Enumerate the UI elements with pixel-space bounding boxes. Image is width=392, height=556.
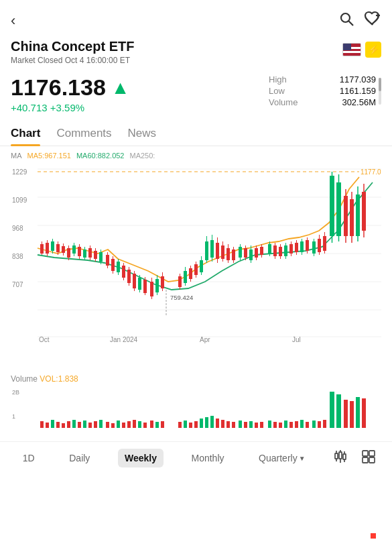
svg-text:1: 1 xyxy=(12,413,15,420)
volume-value: VOL:1.838 xyxy=(40,374,78,384)
svg-rect-164 xyxy=(194,421,198,428)
stock-info: China Concept ETF Market Closed Oct 4 16… xyxy=(0,36,392,70)
svg-text:Apr: Apr xyxy=(200,336,210,343)
svg-text:968: 968 xyxy=(12,225,23,232)
svg-rect-181 xyxy=(289,422,293,428)
svg-text:Jan 2024: Jan 2024 xyxy=(110,336,138,343)
svg-point-0 xyxy=(341,13,350,22)
ma5-indicator[interactable]: MA5:967.151 xyxy=(27,152,71,160)
svg-rect-188 xyxy=(330,392,334,428)
high-row: High 1177.039 xyxy=(269,74,376,85)
ma-indicators: MA MA5:967.151 MA60:882.052 MA250: xyxy=(0,146,392,162)
search-icon[interactable] xyxy=(338,11,354,31)
svg-rect-141 xyxy=(56,422,60,428)
tab-chart[interactable]: Chart xyxy=(11,121,40,146)
svg-rect-160 xyxy=(161,421,164,428)
high-label: High xyxy=(269,74,287,85)
us-flag-icon xyxy=(342,43,361,56)
svg-rect-155 xyxy=(133,420,136,428)
price-area: 1176.138 ▲ +40.713 +3.59% High 1177.039 … xyxy=(0,70,392,119)
scrollbar[interactable] xyxy=(379,78,381,105)
svg-rect-177 xyxy=(268,421,271,428)
time-selector: 1D Daily Weekly Monthly Quarterly ▼ xyxy=(0,441,392,474)
price-left: 1176.138 ▲ +40.713 +3.59% xyxy=(11,74,130,113)
svg-rect-172 xyxy=(239,421,242,428)
svg-rect-206 xyxy=(369,457,375,463)
svg-rect-148 xyxy=(94,421,97,428)
time-1d-button[interactable]: 1D xyxy=(16,449,42,467)
watchlist-add-icon[interactable] xyxy=(364,11,381,31)
svg-rect-152 xyxy=(117,421,120,428)
volume-chart-wrapper: 2B 1 xyxy=(11,386,381,436)
svg-text:Oct: Oct xyxy=(39,336,50,343)
svg-rect-200 xyxy=(343,454,346,459)
volume-value: 302.56M xyxy=(342,97,376,107)
svg-line-1 xyxy=(349,21,354,26)
svg-rect-180 xyxy=(284,421,287,428)
svg-rect-146 xyxy=(83,421,86,428)
svg-rect-166 xyxy=(205,417,208,428)
candle-chart-icon[interactable] xyxy=(333,449,348,467)
main-price: 1176.138 ▲ xyxy=(11,74,130,101)
svg-rect-204 xyxy=(369,451,375,456)
time-quarterly-button[interactable]: Quarterly ▼ xyxy=(252,449,312,467)
svg-rect-194 xyxy=(335,453,338,459)
quarterly-label: Quarterly xyxy=(259,453,298,463)
svg-rect-191 xyxy=(350,401,354,428)
ma60-indicator[interactable]: MA60:882.052 xyxy=(76,152,125,160)
svg-rect-192 xyxy=(356,397,360,428)
svg-rect-175 xyxy=(255,423,258,428)
svg-rect-145 xyxy=(78,422,81,428)
svg-rect-176 xyxy=(260,422,263,428)
low-value: 1161.159 xyxy=(340,86,376,96)
volume-chart: 2B 1 xyxy=(11,386,381,433)
price-value: 1176.138 xyxy=(11,74,106,101)
svg-rect-189 xyxy=(336,394,341,428)
flash-icon[interactable]: ⚡ xyxy=(365,42,381,58)
stock-name: China Concept ETF xyxy=(11,39,134,54)
time-daily-button[interactable]: Daily xyxy=(62,449,96,467)
svg-rect-153 xyxy=(122,423,125,428)
scrollbar-thumb xyxy=(379,78,381,91)
time-weekly-button[interactable]: Weekly xyxy=(118,449,164,467)
header: ‹ xyxy=(0,0,392,36)
tab-news[interactable]: News xyxy=(128,121,157,146)
price-stats-wrapper: High 1177.039 Low 1161.159 Volume 302.56… xyxy=(269,74,381,107)
svg-rect-150 xyxy=(106,422,109,428)
svg-rect-165 xyxy=(200,419,203,428)
svg-text:Jul: Jul xyxy=(292,336,301,343)
svg-text:759.424: 759.424 xyxy=(170,294,193,301)
time-monthly-button[interactable]: Monthly xyxy=(185,449,231,467)
price-up-arrow-icon: ▲ xyxy=(111,77,130,99)
svg-rect-144 xyxy=(72,420,76,428)
ma-label: MA xyxy=(11,152,22,160)
svg-rect-178 xyxy=(273,422,277,428)
ma250-indicator[interactable]: MA250: xyxy=(130,152,155,160)
svg-rect-159 xyxy=(155,422,159,428)
svg-text:1099: 1099 xyxy=(12,197,27,204)
svg-rect-142 xyxy=(62,423,65,428)
svg-rect-163 xyxy=(189,423,192,428)
header-icons xyxy=(338,11,381,31)
tab-comments[interactable]: Comments xyxy=(56,121,111,146)
svg-rect-154 xyxy=(127,421,131,428)
back-button[interactable]: ‹ xyxy=(11,12,15,30)
grid-view-icon[interactable] xyxy=(361,449,376,467)
svg-rect-169 xyxy=(221,420,224,428)
svg-rect-168 xyxy=(216,419,219,428)
quarterly-dropdown-icon: ▼ xyxy=(299,455,306,462)
svg-rect-161 xyxy=(178,422,182,428)
svg-rect-140 xyxy=(51,420,54,428)
svg-rect-197 xyxy=(339,452,342,459)
svg-rect-187 xyxy=(323,420,326,428)
price-chart-container: 1177.030 1229 1099 968 838 707 xyxy=(0,162,392,370)
volume-header: Volume VOL:1.838 xyxy=(11,374,381,384)
svg-rect-171 xyxy=(232,422,235,428)
svg-rect-147 xyxy=(88,423,92,428)
svg-rect-185 xyxy=(312,421,316,428)
svg-text:707: 707 xyxy=(12,281,23,288)
low-label: Low xyxy=(269,86,285,96)
svg-rect-190 xyxy=(344,400,348,428)
price-chart[interactable]: 1177.030 1229 1099 968 838 707 xyxy=(11,162,381,343)
svg-rect-167 xyxy=(210,416,214,428)
